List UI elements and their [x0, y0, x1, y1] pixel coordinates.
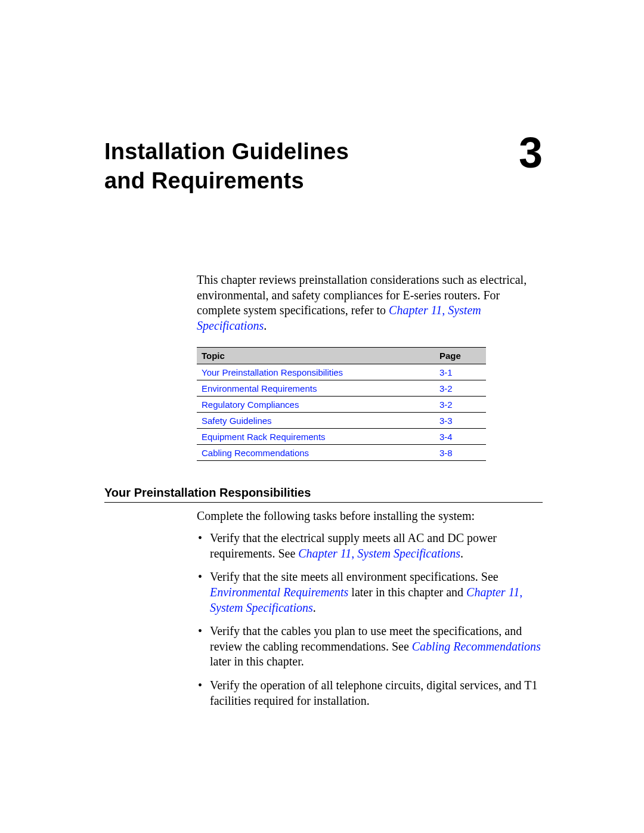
- toc-link-page[interactable]: 3-2: [439, 400, 453, 410]
- toc-cell-page: 3-3: [435, 412, 486, 428]
- chapter-title: Installation Guidelines and Requirements: [104, 137, 349, 195]
- list-item-text: Verify that the site meets all environme…: [210, 570, 499, 583]
- toc-cell-topic: Regulatory Compliances: [197, 396, 435, 412]
- section-heading: Your Preinstallation Responsibilities: [104, 486, 543, 503]
- toc-link-topic[interactable]: Environmental Requirements: [202, 383, 317, 394]
- toc-link-page[interactable]: 3-3: [439, 416, 453, 426]
- toc-cell-topic: Your Preinstallation Responsibilities: [197, 364, 435, 380]
- chapter-header: Installation Guidelines and Requirements…: [104, 137, 543, 195]
- list-item-text: later in this chapter and: [348, 586, 466, 599]
- list-item-text: later in this chapter.: [210, 655, 304, 668]
- toc-cell-page: 3-1: [435, 364, 486, 380]
- toc-header-page: Page: [435, 347, 486, 364]
- toc-link-topic[interactable]: Cabling Recommendations: [202, 448, 309, 458]
- toc-row: Your Preinstallation Responsibilities3-1: [197, 364, 486, 380]
- toc-link-topic[interactable]: Regulatory Compliances: [202, 400, 299, 410]
- list-item: Verify the operation of all telephone ci…: [197, 678, 543, 708]
- toc-row: Equipment Rack Requirements3-4: [197, 428, 486, 444]
- toc-header-row: Topic Page: [197, 347, 486, 364]
- chapter-toc-table: Topic Page Your Preinstallation Responsi…: [197, 347, 486, 461]
- cross-reference-link[interactable]: Chapter 11, System Specifications: [298, 547, 460, 560]
- toc-row: Regulatory Compliances3-2: [197, 396, 486, 412]
- toc-link-topic[interactable]: Equipment Rack Requirements: [202, 432, 326, 442]
- toc-cell-page: 3-2: [435, 380, 486, 396]
- chapter-number: 3: [519, 134, 543, 172]
- section-intro: Complete the following tasks before inst…: [197, 509, 543, 524]
- chapter-intro: This chapter reviews preinstallation con…: [197, 272, 543, 333]
- toc-link-page[interactable]: 3-1: [439, 367, 453, 377]
- document-page: Installation Guidelines and Requirements…: [0, 0, 644, 833]
- toc-body: Your Preinstallation Responsibilities3-1…: [197, 364, 486, 460]
- cross-reference-link[interactable]: Cabling Recommendations: [412, 640, 541, 653]
- list-item-text: .: [460, 547, 463, 560]
- toc-link-page[interactable]: 3-2: [439, 383, 453, 394]
- chapter-title-line1: Installation Guidelines: [104, 139, 349, 164]
- toc-cell-page: 3-8: [435, 444, 486, 460]
- toc-row: Safety Guidelines3-3: [197, 412, 486, 428]
- toc-link-topic[interactable]: Your Preinstallation Responsibilities: [202, 367, 343, 377]
- toc-header-topic: Topic: [197, 347, 435, 364]
- toc-link-topic[interactable]: Safety Guidelines: [202, 416, 272, 426]
- chapter-title-line2: and Requirements: [104, 168, 304, 193]
- list-item-text: .: [313, 601, 316, 614]
- toc-cell-topic: Cabling Recommendations: [197, 444, 435, 460]
- toc-row: Cabling Recommendations3-8: [197, 444, 486, 460]
- toc-link-page[interactable]: 3-8: [439, 448, 453, 458]
- list-item: Verify that the electrical supply meets …: [197, 531, 543, 561]
- list-item: Verify that the cables you plan to use m…: [197, 624, 543, 670]
- toc-cell-topic: Equipment Rack Requirements: [197, 428, 435, 444]
- toc-row: Environmental Requirements3-2: [197, 380, 486, 396]
- cross-reference-link[interactable]: Environmental Requirements: [210, 586, 348, 599]
- list-item-text: Verify the operation of all telephone ci…: [210, 679, 537, 707]
- list-item: Verify that the site meets all environme…: [197, 569, 543, 615]
- intro-text-after: .: [264, 319, 267, 332]
- toc-link-page[interactable]: 3-4: [439, 432, 453, 442]
- toc-cell-page: 3-2: [435, 396, 486, 412]
- responsibilities-list: Verify that the electrical supply meets …: [197, 531, 543, 708]
- toc-cell-topic: Safety Guidelines: [197, 412, 435, 428]
- toc-cell-page: 3-4: [435, 428, 486, 444]
- toc-cell-topic: Environmental Requirements: [197, 380, 435, 396]
